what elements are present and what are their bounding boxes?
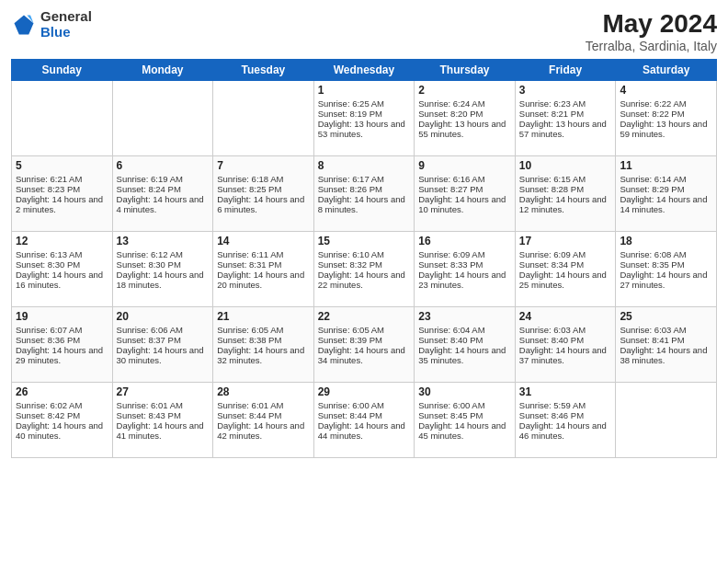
day-number: 6 xyxy=(117,159,210,172)
sunset-text: Sunset: 8:40 PM xyxy=(418,335,511,345)
week-row-3: 12Sunrise: 6:13 AMSunset: 8:30 PMDayligh… xyxy=(12,232,717,307)
sunrise-text: Sunrise: 6:03 AM xyxy=(620,325,712,335)
daylight-text: Daylight: 14 hours and 20 minutes. xyxy=(217,270,310,290)
sunrise-text: Sunrise: 6:09 AM xyxy=(519,249,612,259)
day-number: 15 xyxy=(318,235,411,247)
day-number: 5 xyxy=(16,159,108,172)
day-number: 19 xyxy=(16,310,108,323)
sunset-text: Sunset: 8:39 PM xyxy=(318,335,411,345)
title-section: May 2024 Terralba, Sardinia, Italy xyxy=(586,9,717,53)
day-number: 4 xyxy=(620,84,712,97)
day-number: 1 xyxy=(318,84,411,97)
calendar-subtitle: Terralba, Sardinia, Italy xyxy=(586,39,717,53)
sunset-text: Sunset: 8:30 PM xyxy=(16,259,108,270)
day-header-monday: Monday xyxy=(112,60,213,81)
calendar-cell: 17Sunrise: 6:09 AMSunset: 8:34 PMDayligh… xyxy=(515,232,616,307)
day-header-tuesday: Tuesday xyxy=(213,60,314,81)
calendar-cell: 31Sunrise: 5:59 AMSunset: 8:46 PMDayligh… xyxy=(515,383,616,458)
sunrise-text: Sunrise: 6:03 AM xyxy=(519,325,612,335)
sunset-text: Sunset: 8:44 PM xyxy=(217,410,310,420)
day-number: 20 xyxy=(117,310,210,323)
day-number: 16 xyxy=(418,235,511,247)
logo-icon xyxy=(11,12,37,38)
calendar-cell xyxy=(213,81,314,156)
daylight-text: Daylight: 14 hours and 29 minutes. xyxy=(16,345,108,365)
calendar-cell: 24Sunrise: 6:03 AMSunset: 8:40 PMDayligh… xyxy=(515,307,616,383)
week-row-2: 5Sunrise: 6:21 AMSunset: 8:23 PMDaylight… xyxy=(12,156,717,232)
calendar-cell: 14Sunrise: 6:11 AMSunset: 8:31 PMDayligh… xyxy=(213,232,314,307)
sunrise-text: Sunrise: 6:21 AM xyxy=(16,174,108,184)
calendar-cell: 1Sunrise: 6:25 AMSunset: 8:19 PMDaylight… xyxy=(313,81,415,156)
day-number: 7 xyxy=(217,159,310,172)
calendar-cell xyxy=(12,81,113,156)
sunrise-text: Sunrise: 6:10 AM xyxy=(318,249,411,259)
sunrise-text: Sunrise: 6:05 AM xyxy=(217,325,310,335)
calendar-cell: 13Sunrise: 6:12 AMSunset: 8:30 PMDayligh… xyxy=(112,232,213,307)
week-row-4: 19Sunrise: 6:07 AMSunset: 8:36 PMDayligh… xyxy=(12,307,717,383)
logo-blue: Blue xyxy=(40,25,92,40)
sunset-text: Sunset: 8:31 PM xyxy=(217,259,310,270)
sunrise-text: Sunrise: 6:14 AM xyxy=(620,174,712,184)
sunset-text: Sunset: 8:32 PM xyxy=(318,259,411,270)
sunset-text: Sunset: 8:36 PM xyxy=(16,335,108,345)
daylight-text: Daylight: 13 hours and 57 minutes. xyxy=(519,119,612,139)
sunrise-text: Sunrise: 6:08 AM xyxy=(620,249,712,259)
sunrise-text: Sunrise: 6:12 AM xyxy=(117,249,210,259)
day-header-saturday: Saturday xyxy=(616,60,717,81)
sunset-text: Sunset: 8:33 PM xyxy=(418,259,511,270)
calendar-cell: 21Sunrise: 6:05 AMSunset: 8:38 PMDayligh… xyxy=(213,307,314,383)
sunset-text: Sunset: 8:37 PM xyxy=(117,335,210,345)
calendar-cell: 6Sunrise: 6:19 AMSunset: 8:24 PMDaylight… xyxy=(112,156,213,232)
day-header-wednesday: Wednesday xyxy=(313,60,415,81)
daylight-text: Daylight: 13 hours and 59 minutes. xyxy=(620,119,712,139)
sunrise-text: Sunrise: 6:19 AM xyxy=(117,174,210,184)
sunrise-text: Sunrise: 6:23 AM xyxy=(519,98,612,109)
daylight-text: Daylight: 14 hours and 12 minutes. xyxy=(519,194,612,214)
daylight-text: Daylight: 14 hours and 44 minutes. xyxy=(318,420,411,441)
sunset-text: Sunset: 8:20 PM xyxy=(418,109,511,119)
calendar-cell: 9Sunrise: 6:16 AMSunset: 8:27 PMDaylight… xyxy=(415,156,516,232)
week-row-5: 26Sunrise: 6:02 AMSunset: 8:42 PMDayligh… xyxy=(12,383,717,458)
calendar-cell: 7Sunrise: 6:18 AMSunset: 8:25 PMDaylight… xyxy=(213,156,314,232)
sunset-text: Sunset: 8:22 PM xyxy=(620,109,712,119)
daylight-text: Daylight: 14 hours and 42 minutes. xyxy=(217,420,310,441)
day-number: 13 xyxy=(117,235,210,247)
logo: General Blue xyxy=(11,9,92,40)
day-number: 21 xyxy=(217,310,310,323)
week-row-1: 1Sunrise: 6:25 AMSunset: 8:19 PMDaylight… xyxy=(12,81,717,156)
sunrise-text: Sunrise: 6:00 AM xyxy=(318,400,411,410)
day-header-friday: Friday xyxy=(515,60,616,81)
sunrise-text: Sunrise: 6:05 AM xyxy=(318,325,411,335)
daylight-text: Daylight: 14 hours and 2 minutes. xyxy=(16,194,108,214)
calendar-cell: 22Sunrise: 6:05 AMSunset: 8:39 PMDayligh… xyxy=(313,307,415,383)
sunrise-text: Sunrise: 6:15 AM xyxy=(519,174,612,184)
daylight-text: Daylight: 14 hours and 23 minutes. xyxy=(418,270,511,290)
sunrise-text: Sunrise: 6:18 AM xyxy=(217,174,310,184)
calendar-cell: 26Sunrise: 6:02 AMSunset: 8:42 PMDayligh… xyxy=(12,383,113,458)
day-number: 28 xyxy=(217,385,310,398)
day-header-sunday: Sunday xyxy=(12,60,113,81)
day-number: 29 xyxy=(318,385,411,398)
daylight-text: Daylight: 14 hours and 10 minutes. xyxy=(418,194,511,214)
calendar-table: SundayMondayTuesdayWednesdayThursdayFrid… xyxy=(11,59,717,458)
sunrise-text: Sunrise: 6:09 AM xyxy=(418,249,511,259)
calendar-cell: 4Sunrise: 6:22 AMSunset: 8:22 PMDaylight… xyxy=(616,81,717,156)
day-number: 27 xyxy=(117,385,210,398)
daylight-text: Daylight: 14 hours and 8 minutes. xyxy=(318,194,411,214)
sunrise-text: Sunrise: 6:01 AM xyxy=(117,400,210,410)
page: General Blue May 2024 Terralba, Sardinia… xyxy=(0,0,728,563)
sunset-text: Sunset: 8:25 PM xyxy=(217,184,310,194)
daylight-text: Daylight: 14 hours and 40 minutes. xyxy=(16,420,108,441)
sunset-text: Sunset: 8:40 PM xyxy=(519,335,612,345)
day-number: 25 xyxy=(620,310,712,323)
sunrise-text: Sunrise: 5:59 AM xyxy=(519,400,612,410)
logo-text: General Blue xyxy=(40,9,92,40)
daylight-text: Daylight: 14 hours and 37 minutes. xyxy=(519,345,612,365)
day-number: 24 xyxy=(519,310,612,323)
daylight-text: Daylight: 14 hours and 32 minutes. xyxy=(217,345,310,365)
day-number: 31 xyxy=(519,385,612,398)
day-number: 10 xyxy=(519,159,612,172)
day-number: 12 xyxy=(16,235,108,247)
calendar-cell: 28Sunrise: 6:01 AMSunset: 8:44 PMDayligh… xyxy=(213,383,314,458)
day-header-thursday: Thursday xyxy=(415,60,516,81)
